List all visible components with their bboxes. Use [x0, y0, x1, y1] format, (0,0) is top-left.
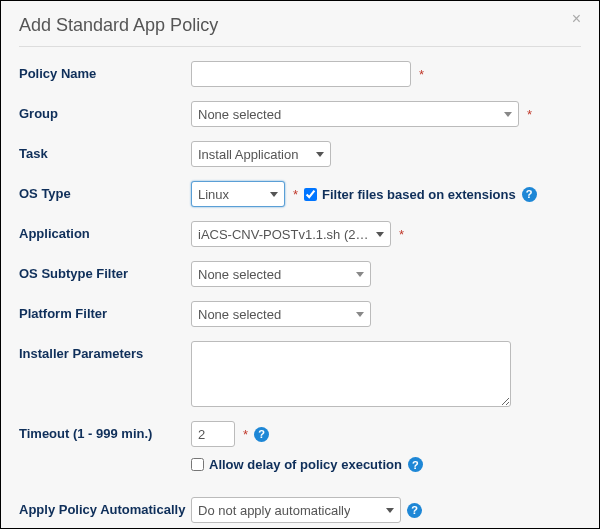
chevron-down-icon: [356, 312, 364, 317]
label-policy-name: Policy Name: [19, 61, 191, 81]
application-select-value: iACS-CNV-POSTv1.1.sh (2 Reposi: [198, 227, 370, 242]
close-icon[interactable]: ×: [572, 11, 581, 27]
filter-files-checkbox[interactable]: [304, 188, 317, 201]
task-select[interactable]: Install Application: [191, 141, 331, 167]
add-standard-app-policy-modal: Add Standard App Policy × Policy Name * …: [0, 0, 600, 529]
row-os-subtype-filter: OS Subtype Filter None selected: [19, 261, 581, 287]
platform-filter-value: None selected: [198, 307, 281, 322]
policy-name-input[interactable]: [191, 61, 411, 87]
application-select[interactable]: iACS-CNV-POSTv1.1.sh (2 Reposi: [191, 221, 391, 247]
chevron-down-icon: [356, 272, 364, 277]
label-empty: [19, 457, 191, 462]
required-marker: *: [397, 228, 404, 241]
row-task: Task Install Application: [19, 141, 581, 167]
required-marker: *: [291, 188, 298, 201]
chevron-down-icon: [270, 192, 278, 197]
allow-delay-checkbox-group: Allow delay of policy execution: [191, 457, 402, 472]
modal-header: Add Standard App Policy ×: [19, 15, 581, 36]
chevron-down-icon: [504, 112, 512, 117]
os-subtype-filter-select[interactable]: None selected: [191, 261, 371, 287]
group-select[interactable]: None selected: [191, 101, 519, 127]
platform-filter-select[interactable]: None selected: [191, 301, 371, 327]
help-icon[interactable]: ?: [408, 457, 423, 472]
task-select-value: Install Application: [198, 147, 298, 162]
row-allow-delay: Allow delay of policy execution ?: [19, 457, 581, 483]
apply-policy-auto-select[interactable]: Do not apply automatically: [191, 497, 401, 523]
required-marker: *: [241, 428, 248, 441]
help-icon[interactable]: ?: [407, 503, 422, 518]
group-select-value: None selected: [198, 107, 281, 122]
row-os-type: OS Type Linux * Filter files based on ex…: [19, 181, 581, 207]
help-icon[interactable]: ?: [254, 427, 269, 442]
row-installer-parameters: Installer Parameters: [19, 341, 581, 407]
header-divider: [19, 46, 581, 47]
required-marker: *: [525, 108, 532, 121]
row-policy-name: Policy Name *: [19, 61, 581, 87]
label-group: Group: [19, 101, 191, 121]
label-os-type: OS Type: [19, 181, 191, 201]
chevron-down-icon: [376, 232, 384, 237]
label-timeout: Timeout (1 - 999 min.): [19, 421, 191, 441]
filter-files-label: Filter files based on extensions: [322, 187, 516, 202]
chevron-down-icon: [316, 152, 324, 157]
help-icon[interactable]: ?: [522, 187, 537, 202]
os-type-select-value: Linux: [198, 187, 229, 202]
filter-files-checkbox-group: Filter files based on extensions: [304, 187, 516, 202]
row-application: Application iACS-CNV-POSTv1.1.sh (2 Repo…: [19, 221, 581, 247]
label-task: Task: [19, 141, 191, 161]
installer-parameters-textarea[interactable]: [191, 341, 511, 407]
label-os-subtype-filter: OS Subtype Filter: [19, 261, 191, 281]
label-apply-policy-auto: Apply Policy Automatically: [19, 497, 191, 517]
label-application: Application: [19, 221, 191, 241]
apply-policy-auto-value: Do not apply automatically: [198, 503, 350, 518]
chevron-down-icon: [386, 508, 394, 513]
os-type-select[interactable]: Linux: [191, 181, 285, 207]
timeout-input[interactable]: [191, 421, 235, 447]
allow-delay-label: Allow delay of policy execution: [209, 457, 402, 472]
label-platform-filter: Platform Filter: [19, 301, 191, 321]
os-subtype-filter-value: None selected: [198, 267, 281, 282]
row-apply-policy-auto: Apply Policy Automatically Do not apply …: [19, 497, 581, 523]
allow-delay-checkbox[interactable]: [191, 458, 204, 471]
modal-title: Add Standard App Policy: [19, 15, 218, 36]
label-installer-parameters: Installer Parameters: [19, 341, 191, 361]
row-group: Group None selected *: [19, 101, 581, 127]
row-timeout: Timeout (1 - 999 min.) * ?: [19, 421, 581, 447]
required-marker: *: [417, 68, 424, 81]
row-platform-filter: Platform Filter None selected: [19, 301, 581, 327]
